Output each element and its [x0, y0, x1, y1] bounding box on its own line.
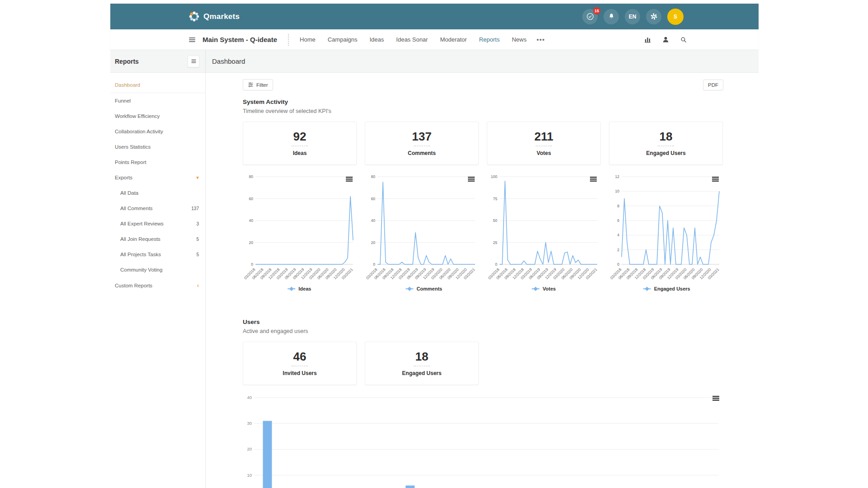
sidebar-item-exports[interactable]: Exports▾ — [110, 170, 205, 185]
users-kpi-row: 46Invited Users18Engaged Users — [243, 342, 723, 385]
pdf-label: PDF — [708, 82, 718, 88]
sidebar-item-label: All Join Requests — [120, 236, 160, 242]
chevron-down-icon: ▾ — [196, 175, 199, 180]
nav-hamburger-button[interactable] — [188, 36, 196, 44]
chart-context-menu-button[interactable] — [590, 177, 597, 182]
kpi-card-comments: 137Comments — [365, 122, 479, 165]
line-chart-comments: 02040608003/201806/201809/201812/201803/… — [365, 171, 479, 296]
section-title-users: Users — [243, 319, 723, 325]
notifications-button[interactable] — [604, 9, 619, 24]
chart-context-menu-button[interactable] — [712, 177, 719, 182]
svg-text:Ideas: Ideas — [298, 286, 311, 291]
qmarkets-logo-icon — [188, 10, 200, 23]
search-button[interactable] — [680, 36, 687, 43]
kpi-value: 18 — [415, 351, 429, 362]
sidebar-item-label: Users Statistics — [115, 144, 151, 150]
svg-text:25: 25 — [493, 240, 498, 245]
sidebar-item-label: All Data — [120, 190, 138, 196]
section-subtitle-system-activity: Timeline overview of selected KPI's — [243, 108, 723, 114]
nav-icon-group — [644, 36, 687, 43]
kpi-divider — [292, 366, 308, 366]
kpi-label: Engaged Users — [402, 370, 441, 376]
filter-icon — [248, 82, 254, 88]
kpi-divider — [536, 145, 552, 146]
chart-context-menu-button[interactable] — [712, 396, 719, 401]
svg-text:10: 10 — [615, 189, 620, 193]
sidebar-item-all-projects-tasks[interactable]: All Projects Tasks5 — [110, 247, 205, 262]
chart-context-menu-button[interactable] — [346, 177, 353, 182]
nav-item-moderator[interactable]: Moderator — [440, 36, 467, 43]
menu-icon — [191, 58, 197, 64]
sidebar-item-custom-reports[interactable]: Custom Reports‹ — [110, 277, 205, 293]
sidebar-item-dashboard[interactable]: Dashboard — [110, 77, 205, 93]
sidebar-item-all-join-requests[interactable]: All Join Requests5 — [110, 231, 205, 247]
reports-shortcut-button[interactable] — [644, 36, 651, 43]
nav-item-news[interactable]: News — [512, 36, 527, 43]
sidebar-item-points-report[interactable]: Points Report — [110, 155, 205, 170]
kpi-value: 92 — [293, 131, 307, 142]
profile-button[interactable] — [662, 36, 670, 43]
language-label: EN — [629, 14, 637, 20]
nav-item-home[interactable]: Home — [300, 36, 316, 43]
sidebar-title: Reports — [115, 58, 139, 65]
nav-item-reports[interactable]: Reports — [479, 36, 500, 43]
kpi-divider — [658, 145, 674, 146]
sidebar-item-community-voting[interactable]: Community Voting — [110, 262, 205, 277]
svg-text:60: 60 — [249, 197, 254, 201]
dashboard-content: Filter PDF System Activity Timeline over… — [206, 73, 759, 488]
svg-text:40: 40 — [247, 395, 252, 400]
svg-text:Votes: Votes — [542, 286, 556, 291]
svg-text:0: 0 — [373, 262, 375, 267]
gear-icon — [650, 12, 658, 21]
filter-button[interactable]: Filter — [243, 79, 273, 90]
svg-text:20: 20 — [249, 240, 254, 245]
search-icon — [680, 36, 687, 43]
sidebar-item-all-comments[interactable]: All Comments137 — [110, 201, 205, 216]
pdf-button[interactable]: PDF — [703, 80, 723, 90]
svg-text:0: 0 — [251, 262, 253, 267]
language-button[interactable]: EN — [625, 9, 640, 24]
sidebar-item-label: Exports — [115, 175, 132, 180]
nav-more-button[interactable]: ••• — [537, 36, 545, 43]
nav-item-campaigns[interactable]: Campaigns — [328, 36, 358, 43]
svg-text:80: 80 — [249, 174, 254, 179]
svg-text:Comments: Comments — [416, 286, 442, 291]
nav-divider — [288, 34, 289, 46]
kpi-card-engaged-users: 18Engaged Users — [609, 122, 723, 165]
toolbar: Filter PDF — [243, 79, 723, 90]
sidebar-item-all-data[interactable]: All Data — [110, 185, 205, 201]
sidebar-item-all-expert-reviews[interactable]: All Expert Reviews3 — [110, 216, 205, 231]
sidebar-header: Reports — [110, 50, 206, 72]
line-chart-ideas: 02040608003/201806/201809/201812/201803/… — [243, 171, 357, 296]
sidebar-item-funnel[interactable]: Funnel — [110, 93, 205, 108]
kpi-card-votes: 211Votes — [487, 122, 601, 165]
settings-button[interactable] — [646, 9, 661, 24]
app-window: Qmarkets 15 EN — [110, 0, 759, 488]
sidebar: DashboardFunnelWorkflow EfficiencyCollab… — [110, 73, 206, 488]
svg-text:30: 30 — [247, 421, 252, 426]
user-avatar[interactable]: S — [667, 9, 684, 25]
page-header: Dashboard — [206, 50, 759, 72]
kpi-value: 211 — [534, 131, 553, 142]
sidebar-item-collaboration-activity[interactable]: Collaboration Activity — [110, 124, 205, 139]
sidebar-item-label: Custom Reports — [115, 283, 152, 288]
nav-item-ideas[interactable]: Ideas — [370, 36, 384, 43]
svg-text:Engaged Users: Engaged Users — [654, 286, 690, 291]
chart-context-menu-button[interactable] — [468, 177, 475, 182]
sidebar-collapse-button[interactable] — [188, 56, 199, 67]
kpi-label: Comments — [408, 150, 436, 156]
kpi-charts-row: 02040608003/201806/201809/201812/201803/… — [243, 171, 723, 296]
sidebar-item-label: All Projects Tasks — [120, 252, 161, 257]
sidebar-item-workflow-efficiency[interactable]: Workflow Efficiency — [110, 108, 205, 124]
filter-label: Filter — [256, 82, 268, 88]
page-title: Dashboard — [212, 57, 245, 65]
svg-text:100: 100 — [491, 174, 497, 179]
svg-text:20: 20 — [247, 446, 252, 451]
brand-logo[interactable]: Qmarkets — [188, 10, 240, 23]
sidebar-item-label: Funnel — [115, 98, 131, 103]
sidebar-item-count: 5 — [196, 237, 199, 242]
svg-text:12: 12 — [615, 174, 620, 179]
sidebar-item-users-statistics[interactable]: Users Statistics — [110, 139, 205, 155]
tasks-button[interactable]: 15 — [582, 9, 598, 24]
nav-item-ideas-sonar[interactable]: Ideas Sonar — [396, 36, 428, 43]
